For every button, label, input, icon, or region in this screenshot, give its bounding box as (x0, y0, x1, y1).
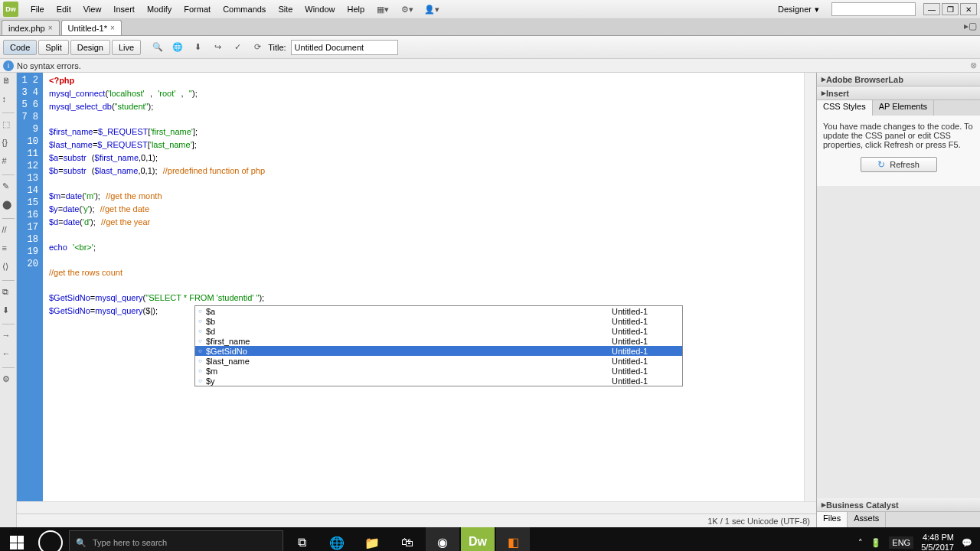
title-label: Title: (268, 43, 286, 52)
inspect-icon[interactable]: ⬇ (188, 38, 207, 57)
document-toolbar: Code Split Design Live 🔍 🌐 ⬇ ↪ ✓ ⟳ Title… (0, 36, 980, 59)
tab-assets[interactable]: Assets (848, 512, 886, 527)
layout-icon[interactable]: ▦▾ (375, 3, 390, 15)
menu-help[interactable]: Help (341, 5, 371, 14)
tray-chevron-icon[interactable]: ˄ (858, 538, 863, 548)
document-tabs: index.php× Untitled-1*× ▸▢ (0, 19, 980, 36)
tab-files[interactable]: Files (817, 512, 848, 527)
outdent-icon[interactable]: ← (2, 349, 15, 361)
menu-site[interactable]: Site (272, 5, 299, 14)
notifications-icon[interactable]: 💬 (962, 538, 972, 548)
clock[interactable]: 4:48 PM 5/5/2017 (921, 533, 954, 551)
panel-dock: ▸ Adobe BrowserLab ▸ Insert CSS Styles A… (816, 73, 980, 527)
windows-taskbar: 🔍 Type here to search ⧉ 🌐 📁 🛍 ◉ Dw ◧ ˄ 🔋… (0, 527, 980, 551)
highlight-icon[interactable]: ✎ (2, 181, 15, 194)
globe-icon[interactable]: 🌐 (168, 38, 187, 57)
refresh-icon: ↻ (877, 159, 885, 170)
css-message: You have made changes to the code. To up… (823, 122, 974, 149)
refresh-button[interactable]: ↻ Refresh (861, 157, 937, 172)
autocomplete-item[interactable]: ○$mUntitled-1 (195, 366, 682, 376)
nav-icon[interactable]: ↪ (208, 38, 227, 57)
gear-icon[interactable]: ⚙▾ (400, 3, 415, 15)
view-code-button[interactable]: Code (3, 40, 37, 55)
app-logo: Dw (3, 2, 18, 17)
start-button[interactable] (2, 527, 32, 551)
select-parent-icon[interactable]: ⬚ (2, 119, 15, 132)
close-icon[interactable]: × (48, 24, 53, 32)
dreamweaver-app[interactable]: Dw (461, 527, 495, 551)
tab-index[interactable]: index.php× (2, 20, 60, 35)
menu-view[interactable]: View (77, 5, 108, 14)
remove-comment-icon[interactable]: ≡ (2, 243, 15, 256)
indent-icon[interactable]: → (2, 331, 15, 343)
autocomplete-popup: ○$aUntitled-1○$bUntitled-1○$dUntitled-1○… (194, 305, 683, 386)
workspace-switcher[interactable]: Designer▾ (770, 5, 827, 15)
cortana-button[interactable] (34, 527, 67, 551)
view-design-button[interactable]: Design (70, 40, 110, 55)
menu-insert[interactable]: Insert (107, 5, 141, 14)
syntax-message: No syntax errors. (17, 61, 81, 70)
refresh-icon[interactable]: ⟳ (248, 38, 266, 57)
restore-button[interactable]: ❐ (942, 3, 959, 15)
menu-format[interactable]: Format (178, 5, 217, 14)
tab-ap-elements[interactable]: AP Elements (873, 100, 934, 116)
recent-snippets-icon[interactable]: ⧉ (2, 287, 15, 299)
collapse-icon[interactable]: ↕ (2, 94, 15, 106)
tab-css-styles[interactable]: CSS Styles (817, 100, 873, 116)
panel-business-catalyst[interactable]: ▸ Business Catalyst (817, 498, 980, 512)
autocomplete-item[interactable]: ○$bUntitled-1 (195, 316, 682, 326)
line-numbers-icon[interactable]: # (2, 156, 15, 168)
autocomplete-item[interactable]: ○$last_nameUntitled-1 (195, 356, 682, 366)
title-input[interactable] (291, 40, 398, 55)
autocomplete-item[interactable]: ○$yUntitled-1 (195, 376, 682, 386)
autocomplete-item[interactable]: ○$first_nameUntitled-1 (195, 336, 682, 346)
syntax-status-bar: i No syntax errors. ⊗ (0, 59, 980, 73)
chrome-app[interactable]: ◉ (426, 527, 459, 551)
menu-commands[interactable]: Commands (217, 5, 272, 14)
close-icon[interactable]: ⊗ (970, 60, 977, 70)
close-button[interactable]: ✕ (960, 3, 977, 15)
link-icon[interactable]: 👤▾ (424, 3, 439, 15)
edge-app[interactable]: 🌐 (320, 527, 354, 551)
apply-comment-icon[interactable]: // (2, 225, 15, 237)
wrap-tag-icon[interactable]: ⟨⟩ (2, 262, 15, 274)
autocomplete-item[interactable]: ○$GetSidNoUntitled-1 (195, 346, 682, 356)
store-app[interactable]: 🛍 (390, 527, 424, 551)
vertical-scrollbar[interactable] (804, 73, 816, 501)
code-toolbar: 🗎 ↕ ⬚ {} # ✎ ⬤ // ≡ ⟨⟩ ⧉ ⬇ → ← ⚙ (0, 73, 17, 527)
menu-edit[interactable]: Edit (51, 5, 77, 14)
battery-icon[interactable]: 🔋 (871, 538, 881, 548)
close-icon[interactable]: × (110, 24, 115, 32)
minimize-button[interactable]: — (923, 3, 940, 15)
task-view-button[interactable]: ⧉ (285, 527, 318, 551)
format-icon[interactable]: ⚙ (2, 374, 15, 386)
view-split-button[interactable]: Split (38, 40, 68, 55)
view-live-button[interactable]: Live (112, 40, 141, 55)
open-docs-icon[interactable]: 🗎 (2, 76, 15, 88)
tab-untitled[interactable]: Untitled-1*× (61, 20, 122, 35)
status-bar: 1K / 1 sec Unicode (UTF-8) (17, 514, 816, 527)
balance-braces-icon[interactable]: {} (2, 138, 15, 150)
search-input[interactable] (831, 2, 916, 16)
live-code-icon[interactable]: 🔍 (149, 38, 167, 57)
move-css-icon[interactable]: ⬇ (2, 305, 15, 318)
code-editor[interactable]: <?php mysql_connect('localhost' , 'root'… (43, 73, 804, 501)
menu-modify[interactable]: Modify (141, 5, 178, 14)
panel-insert[interactable]: ▸ Insert (817, 86, 980, 100)
xampp-app[interactable]: ◧ (496, 527, 530, 551)
explorer-app[interactable]: 📁 (355, 527, 389, 551)
search-icon: 🔍 (76, 538, 87, 548)
system-tray: ˄ 🔋 ENG 4:48 PM 5/5/2017 💬 (852, 533, 978, 551)
menu-window[interactable]: Window (299, 5, 341, 14)
language-indicator[interactable]: ENG (889, 536, 913, 549)
panel-collapse-icon[interactable]: ▸▢ (964, 21, 977, 31)
panel-browserlab[interactable]: ▸ Adobe BrowserLab (817, 73, 980, 86)
css-panel-body: You have made changes to the code. To up… (817, 116, 980, 186)
autocomplete-item[interactable]: ○$aUntitled-1 (195, 306, 682, 316)
autocomplete-item[interactable]: ○$dUntitled-1 (195, 326, 682, 336)
syntax-color-icon[interactable]: ⬤ (2, 200, 15, 212)
menu-file[interactable]: File (24, 5, 51, 14)
check-icon[interactable]: ✓ (228, 38, 247, 57)
horizontal-scrollbar[interactable] (17, 501, 816, 514)
taskbar-search[interactable]: 🔍 Type here to search (69, 530, 283, 551)
